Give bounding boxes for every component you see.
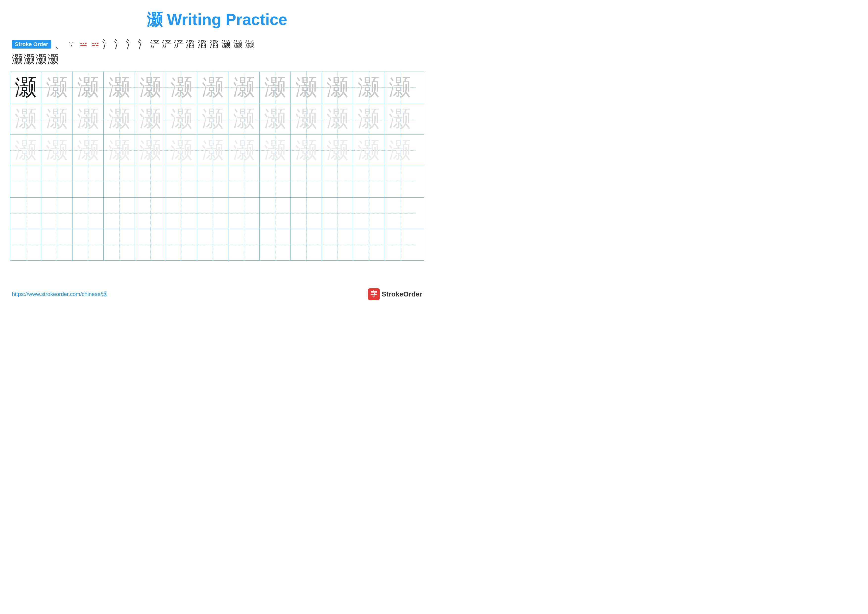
stroke-s1: 、 xyxy=(54,37,65,51)
grid-cell-r1c3[interactable]: 灏 xyxy=(73,72,104,103)
char-guide-light: 灏 xyxy=(15,108,37,130)
grid-cell-r5c7[interactable] xyxy=(197,197,228,229)
grid-cell-r1c7[interactable]: 灏 xyxy=(197,72,228,103)
grid-cell-r5c9[interactable] xyxy=(260,197,291,229)
grid-cell-r1c2[interactable]: 灏 xyxy=(41,72,73,103)
grid-cell-r3c13[interactable]: 灏 xyxy=(384,135,415,166)
grid-cell-r4c13[interactable] xyxy=(384,166,415,197)
grid-cell-r6c10[interactable] xyxy=(291,229,322,260)
grid-cell-r4c3[interactable] xyxy=(73,166,104,197)
grid-cell-r4c12[interactable] xyxy=(353,166,384,197)
stroke-s2: ∵ xyxy=(66,40,77,48)
grid-cell-r5c10[interactable] xyxy=(291,197,322,229)
char-guide-light: 灏 xyxy=(140,108,161,130)
stroke-s15: 灏 xyxy=(220,38,231,50)
grid-cell-r6c13[interactable] xyxy=(384,229,415,260)
grid-cell-r4c5[interactable] xyxy=(135,166,166,197)
grid-cell-r2c7[interactable]: 灏 xyxy=(197,103,228,135)
grid-cell-r4c6[interactable] xyxy=(166,166,197,197)
grid-cell-r2c3[interactable]: 灏 xyxy=(73,103,104,135)
grid-cell-r2c1[interactable]: 灏 xyxy=(10,103,41,135)
grid-cell-r3c8[interactable]: 灏 xyxy=(228,135,260,166)
grid-cell-r5c8[interactable] xyxy=(228,197,260,229)
footer-url[interactable]: https://www.strokeorder.com/chinese/灏 xyxy=(12,291,107,298)
grid-cell-r6c8[interactable] xyxy=(228,229,260,260)
char-guide-light: 灏 xyxy=(264,108,286,130)
grid-cell-r3c2[interactable]: 灏 xyxy=(41,135,73,166)
grid-cell-r2c9[interactable]: 灏 xyxy=(260,103,291,135)
grid-cell-r6c7[interactable] xyxy=(197,229,228,260)
grid-cell-r1c8[interactable]: 灏 xyxy=(228,72,260,103)
stroke-s17: 灏 xyxy=(244,38,255,50)
grid-cell-r4c9[interactable] xyxy=(260,166,291,197)
page-title-section: 灏 Writing Practice xyxy=(0,0,434,36)
grid-cell-r1c11[interactable]: 灏 xyxy=(322,72,353,103)
stroke-s13: 滔 xyxy=(197,38,208,50)
grid-cell-r6c4[interactable] xyxy=(104,229,135,260)
grid-cell-r6c11[interactable] xyxy=(322,229,353,260)
grid-cell-r1c9[interactable]: 灏 xyxy=(260,72,291,103)
grid-cell-r2c5[interactable]: 灏 xyxy=(135,103,166,135)
grid-cell-r6c1[interactable] xyxy=(10,229,41,260)
stroke-s16: 灏 xyxy=(232,38,243,50)
grid-cell-r2c12[interactable]: 灏 xyxy=(353,103,384,135)
grid-cell-r2c6[interactable]: 灏 xyxy=(166,103,197,135)
stroke-s3: 𝌃 xyxy=(78,39,89,49)
grid-cell-r3c5[interactable]: 灏 xyxy=(135,135,166,166)
grid-cell-r4c2[interactable] xyxy=(41,166,73,197)
grid-cell-r2c10[interactable]: 灏 xyxy=(291,103,322,135)
grid-cell-r1c5[interactable]: 灏 xyxy=(135,72,166,103)
grid-cell-r3c7[interactable]: 灏 xyxy=(197,135,228,166)
grid-cell-r5c13[interactable] xyxy=(384,197,415,229)
grid-cell-r4c11[interactable] xyxy=(322,166,353,197)
grid-cell-r1c6[interactable]: 灏 xyxy=(166,72,197,103)
practice-grid: 灏 灏 灏 灏 灏 灏 灏 灏 灏 灏 灏 灏 灏 灏 灏 灏 灏 灏 灏 灏 … xyxy=(10,72,424,261)
grid-cell-r1c1[interactable]: 灏 xyxy=(10,72,41,103)
grid-cell-r2c11[interactable]: 灏 xyxy=(322,103,353,135)
grid-cell-r2c2[interactable]: 灏 xyxy=(41,103,73,135)
grid-cell-r6c2[interactable] xyxy=(41,229,73,260)
grid-cell-r5c12[interactable] xyxy=(353,197,384,229)
grid-cell-r3c9[interactable]: 灏 xyxy=(260,135,291,166)
grid-cell-r5c11[interactable] xyxy=(322,197,353,229)
grid-cell-r4c7[interactable] xyxy=(197,166,228,197)
stroke-r2-s3: 灏 xyxy=(36,52,46,67)
char-guide-light: 灏 xyxy=(15,140,37,161)
grid-cell-r3c3[interactable]: 灏 xyxy=(73,135,104,166)
grid-cell-r3c4[interactable]: 灏 xyxy=(104,135,135,166)
grid-cell-r4c1[interactable] xyxy=(10,166,41,197)
grid-cell-r6c5[interactable] xyxy=(135,229,166,260)
grid-cell-r1c12[interactable]: 灏 xyxy=(353,72,384,103)
grid-row-1: 灏 灏 灏 灏 灏 灏 灏 灏 灏 灏 灏 灏 灏 xyxy=(10,72,424,103)
grid-cell-r5c1[interactable] xyxy=(10,197,41,229)
grid-cell-r5c3[interactable] xyxy=(73,197,104,229)
stroke-s5: 氵 xyxy=(102,37,113,51)
grid-cell-r3c12[interactable]: 灏 xyxy=(353,135,384,166)
grid-cell-r1c10[interactable]: 灏 xyxy=(291,72,322,103)
grid-cell-r6c12[interactable] xyxy=(353,229,384,260)
grid-cell-r4c8[interactable] xyxy=(228,166,260,197)
grid-cell-r3c6[interactable]: 灏 xyxy=(166,135,197,166)
char-guide: 灏 xyxy=(389,76,411,98)
grid-cell-r6c3[interactable] xyxy=(73,229,104,260)
grid-cell-r3c11[interactable]: 灏 xyxy=(322,135,353,166)
grid-cell-r6c6[interactable] xyxy=(166,229,197,260)
grid-cell-r3c10[interactable]: 灏 xyxy=(291,135,322,166)
grid-cell-r1c13[interactable]: 灏 xyxy=(384,72,415,103)
grid-cell-r5c4[interactable] xyxy=(104,197,135,229)
char-guide-light: 灏 xyxy=(171,108,192,130)
grid-cell-r2c8[interactable]: 灏 xyxy=(228,103,260,135)
grid-cell-r5c6[interactable] xyxy=(166,197,197,229)
grid-cell-r5c5[interactable] xyxy=(135,197,166,229)
grid-cell-r6c9[interactable] xyxy=(260,229,291,260)
grid-cell-r1c4[interactable]: 灏 xyxy=(104,72,135,103)
grid-cell-r4c10[interactable] xyxy=(291,166,322,197)
grid-cell-r3c1[interactable]: 灏 xyxy=(10,135,41,166)
char-guide-light: 灏 xyxy=(327,108,349,130)
grid-row-2: 灏 灏 灏 灏 灏 灏 灏 灏 灏 灏 灏 灏 灏 xyxy=(10,103,424,135)
grid-cell-r2c13[interactable]: 灏 xyxy=(384,103,415,135)
char-guide: 灏 xyxy=(358,76,380,98)
grid-cell-r4c4[interactable] xyxy=(104,166,135,197)
grid-cell-r5c2[interactable] xyxy=(41,197,73,229)
grid-cell-r2c4[interactable]: 灏 xyxy=(104,103,135,135)
